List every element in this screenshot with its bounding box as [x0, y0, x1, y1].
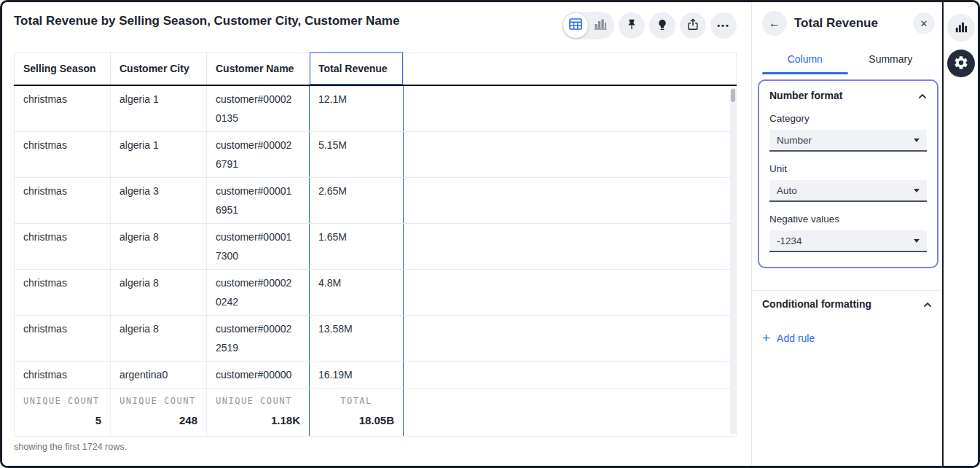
spacer-cell — [404, 315, 737, 361]
category-label: Category — [769, 113, 927, 124]
more-button[interactable]: ••• — [710, 12, 737, 39]
spacer-cell — [404, 223, 737, 269]
caret-down-icon — [914, 139, 920, 142]
number-format-header[interactable]: Number format — [769, 90, 927, 101]
lightbulb-icon — [656, 18, 669, 34]
cell-customer-city[interactable]: algeria 3 — [111, 177, 207, 223]
table-row: christmasalgeria 8customer#00002251913.5… — [15, 315, 737, 361]
summary-agg-label: UNIQUE COUNT — [23, 396, 101, 407]
main-area: Total Revenue by Selling Season, Custome… — [2, 2, 751, 466]
table-row: christmasargentina0customer#0000016.19M — [15, 361, 737, 388]
unit-select[interactable]: Auto — [769, 180, 927, 202]
table-row: christmasalgeria 3customer#0000169512.65… — [15, 177, 737, 223]
chevron-up-icon[interactable] — [923, 298, 932, 310]
cell-selling-season[interactable]: christmas — [15, 131, 111, 177]
negative-values-label: Negative values — [769, 214, 927, 225]
spacer-cell — [404, 361, 737, 388]
tab-column[interactable]: Column — [762, 47, 848, 74]
summary-agg-value: 18.05B — [318, 414, 394, 427]
cell-total-revenue[interactable]: 5.15M — [310, 131, 404, 177]
cell-selling-season[interactable]: christmas — [15, 361, 111, 388]
column-header-customer-name[interactable]: Customer Name — [207, 52, 310, 85]
app-window: Total Revenue by Selling Season, Custome… — [0, 0, 980, 468]
table-head: Selling SeasonCustomer CityCustomer Name… — [15, 52, 737, 85]
cell-total-revenue[interactable]: 1.65M — [310, 223, 404, 269]
page-title: Total Revenue by Selling Season, Custome… — [14, 14, 399, 28]
cell-customer-name[interactable]: customer#00000 — [207, 361, 310, 388]
back-button[interactable]: ← — [762, 11, 787, 36]
cell-customer-city[interactable]: algeria 8 — [111, 223, 207, 269]
negative-values-select[interactable]: -1234 — [769, 230, 927, 252]
caret-down-icon — [914, 239, 920, 243]
cell-selling-season[interactable]: christmas — [15, 315, 111, 361]
settings-button[interactable] — [947, 50, 975, 77]
conditional-formatting-title: Conditional formatting — [762, 298, 871, 310]
table-view-button[interactable] — [563, 13, 588, 38]
caret-down-icon — [914, 189, 920, 192]
add-rule-label: Add rule — [777, 332, 815, 344]
lightbulb-button[interactable] — [649, 12, 675, 39]
panel-header: ← Total Revenue ✕ — [762, 11, 935, 36]
chevron-up-icon[interactable] — [918, 90, 927, 101]
visualization-button[interactable] — [947, 14, 975, 42]
cell-total-revenue[interactable]: 2.65M — [310, 177, 404, 223]
summary-agg-label: UNIQUE COUNT — [216, 396, 300, 407]
column-header-total-revenue[interactable]: Total Revenue — [310, 52, 404, 85]
column-header-customer-city[interactable]: Customer City — [111, 52, 207, 85]
bar-chart-icon — [594, 18, 607, 33]
view-toggle[interactable] — [562, 12, 614, 39]
category-select[interactable]: Number — [769, 130, 927, 152]
spacer-cell — [404, 85, 737, 132]
spacer-header — [404, 52, 737, 85]
close-button[interactable]: ✕ — [913, 12, 935, 34]
cell-total-revenue[interactable]: 16.19M — [310, 361, 404, 388]
summary-cell-selling-season[interactable]: UNIQUE COUNT5 — [15, 388, 111, 436]
column-header-selling-season[interactable]: Selling Season — [15, 52, 111, 85]
cell-customer-name[interactable]: customer#000022519 — [207, 315, 310, 361]
toolbar: ••• — [562, 12, 737, 39]
summary-cell-total-revenue[interactable]: TOTAL18.05B — [310, 388, 404, 436]
table-icon — [569, 18, 582, 33]
table-scrollbar[interactable] — [730, 87, 736, 434]
cell-customer-name[interactable]: customer#000020242 — [207, 269, 310, 315]
cell-selling-season[interactable]: christmas — [15, 177, 111, 223]
plus-icon: + — [762, 332, 770, 345]
pin-button[interactable] — [619, 12, 645, 39]
share-icon — [686, 18, 699, 34]
cell-selling-season[interactable]: christmas — [15, 223, 111, 269]
cell-total-revenue[interactable]: 12.1M — [310, 85, 404, 132]
cell-customer-city[interactable]: algeria 8 — [111, 315, 207, 361]
cell-customer-city[interactable]: algeria 1 — [111, 85, 207, 132]
pin-icon — [625, 18, 638, 34]
table-row: christmasalgeria 8customer#0000202424.8M — [15, 269, 737, 315]
summary-cell-customer-city[interactable]: UNIQUE COUNT248 — [111, 388, 207, 436]
cell-total-revenue[interactable]: 13.58M — [310, 315, 404, 361]
summary-cell-customer-name[interactable]: UNIQUE COUNT1.18K — [207, 388, 310, 436]
scrollbar-thumb[interactable] — [731, 89, 735, 102]
spacer-cell — [404, 269, 737, 315]
cell-selling-season[interactable]: christmas — [15, 85, 111, 132]
panel-tabs: Column Summary — [762, 47, 933, 74]
cell-customer-name[interactable]: customer#000017300 — [207, 223, 310, 269]
cell-customer-name[interactable]: customer#000020135 — [207, 85, 310, 132]
cell-total-revenue[interactable]: 4.8M — [310, 269, 404, 315]
number-format-title: Number format — [769, 90, 842, 101]
table-body: christmasalgeria 1customer#00002013512.1… — [15, 85, 737, 437]
back-arrow-icon: ← — [769, 17, 780, 30]
cell-customer-city[interactable]: argentina0 — [111, 361, 207, 388]
header-row: Selling SeasonCustomer CityCustomer Name… — [15, 52, 737, 85]
cell-customer-city[interactable]: algeria 1 — [111, 131, 207, 177]
add-rule-button[interactable]: + Add rule — [762, 332, 815, 345]
negative-values-value: -1234 — [777, 235, 802, 246]
cell-customer-city[interactable]: algeria 8 — [111, 269, 207, 315]
chart-view-button[interactable] — [588, 13, 613, 38]
cell-selling-season[interactable]: christmas — [15, 269, 111, 315]
conditional-formatting-header[interactable]: Conditional formatting — [762, 298, 932, 310]
panel-title: Total Revenue — [794, 16, 878, 31]
cell-customer-name[interactable]: customer#000026791 — [207, 131, 310, 177]
summary-agg-value: 1.18K — [216, 414, 300, 427]
share-button[interactable] — [680, 12, 706, 39]
summary-agg-value: 248 — [119, 414, 197, 427]
tab-summary[interactable]: Summary — [848, 47, 934, 74]
cell-customer-name[interactable]: customer#000016951 — [207, 177, 310, 223]
